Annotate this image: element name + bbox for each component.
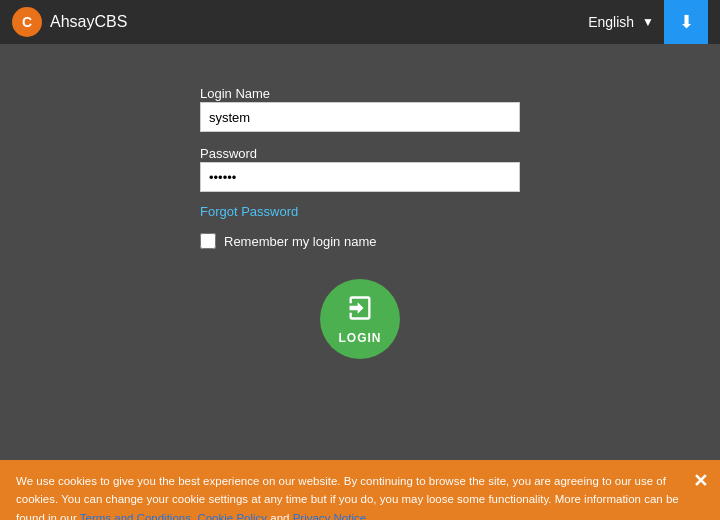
password-label: Password xyxy=(200,146,257,161)
remember-row: Remember my login name xyxy=(200,233,520,249)
login-icon xyxy=(346,294,374,329)
login-button-label: LOGIN xyxy=(339,331,382,345)
login-btn-container: LOGIN xyxy=(200,279,520,359)
privacy-notice-link[interactable]: Privacy Notice xyxy=(293,512,367,521)
cookie-message: We use cookies to give you the best expe… xyxy=(16,475,679,520)
comma1: , xyxy=(191,512,194,521)
header-right: English ▼ ⬇ xyxy=(578,0,708,44)
language-selector[interactable]: English ▼ xyxy=(578,8,664,36)
and-text: and xyxy=(270,512,289,521)
login-form: Login Name Password Forgot Password Reme… xyxy=(200,84,520,359)
password-input[interactable] xyxy=(200,162,520,192)
forgot-password-link[interactable]: Forgot Password xyxy=(200,204,520,219)
download-button[interactable]: ⬇ xyxy=(664,0,708,44)
logo-letter: C xyxy=(22,14,32,30)
header-left: C AhsayCBS xyxy=(12,7,127,37)
cookie-close-button[interactable]: ✕ xyxy=(693,470,708,492)
remember-checkbox[interactable] xyxy=(200,233,216,249)
app-title: AhsayCBS xyxy=(50,13,127,31)
remember-label: Remember my login name xyxy=(224,234,376,249)
cookie-banner: ✕ We use cookies to give you the best ex… xyxy=(0,460,720,520)
period: . xyxy=(366,512,369,521)
chevron-down-icon: ▼ xyxy=(642,15,654,29)
login-name-input[interactable] xyxy=(200,102,520,132)
download-icon: ⬇ xyxy=(679,11,694,33)
terms-link[interactable]: Terms and Conditions xyxy=(80,512,191,521)
language-label: English xyxy=(588,14,634,30)
cookie-policy-link[interactable]: Cookie Policy xyxy=(197,512,267,521)
login-button[interactable]: LOGIN xyxy=(320,279,400,359)
app-logo: C xyxy=(12,7,42,37)
app-header: C AhsayCBS English ▼ ⬇ xyxy=(0,0,720,44)
main-content: Login Name Password Forgot Password Reme… xyxy=(0,44,720,460)
login-name-label: Login Name xyxy=(200,86,270,101)
